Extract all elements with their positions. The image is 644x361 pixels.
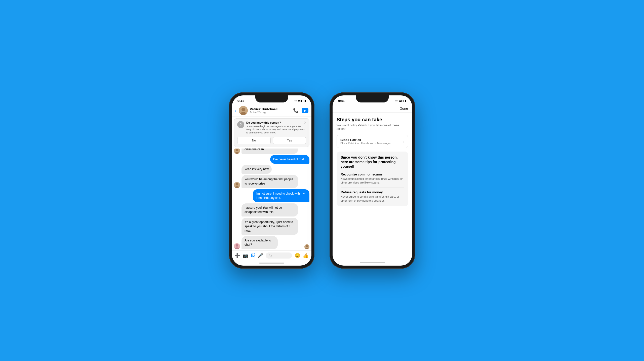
warning-close-button[interactable]: ✕ <box>304 121 307 125</box>
message-bubble: I assure you! You will not be disappoint… <box>242 203 298 216</box>
message-bubble: I'm not sure. I need to check with my fr… <box>253 189 309 202</box>
message-row: I've never heard of that... <box>234 155 309 164</box>
warning-title: Do you know this person? <box>246 121 306 124</box>
contact-name: Patrick Burtchaell <box>250 107 291 111</box>
wifi-icon: WiFi <box>298 99 303 102</box>
image-icon[interactable]: 🖼 <box>251 253 255 258</box>
messenger-header: ‹ Patrick Burtchaell Active 20m ago 📞 <box>232 104 311 117</box>
contact-status: Active 20m ago <box>250 111 291 114</box>
signal-icon: ▪▪▪ <box>294 99 297 102</box>
tip-item-2: Refuse requests for money Never agree to… <box>341 190 404 203</box>
tip-body-1: News of unclaimed inheritances, prize wi… <box>341 177 404 185</box>
header-actions: 📞 ▶ <box>293 108 308 113</box>
tip-item-1: Recognize common scams News of unclaimed… <box>341 172 404 185</box>
battery-icon: ▮ <box>304 99 306 102</box>
tips-card: Since you don't know this person, here a… <box>337 152 408 206</box>
safety-main-title: Steps you can take <box>337 117 408 123</box>
message-bubble: Users from all across Facebook can claim… <box>242 149 298 154</box>
status-time-1: 9:41 <box>237 99 244 103</box>
tip-divider <box>341 188 404 188</box>
svg-point-13 <box>306 245 308 247</box>
done-button[interactable]: Done <box>400 106 408 111</box>
sender-avatar <box>234 243 240 249</box>
safety-subtitle: We won't notify Patrick if you take one … <box>337 124 408 131</box>
chat-messages: Users from all across Facebook can claim… <box>232 149 311 250</box>
message-input[interactable]: Aa <box>266 252 292 259</box>
wifi-icon: WiFi <box>399 99 404 102</box>
status-icons-2: ▪▪▪ WiFi ▮ <box>395 99 407 102</box>
tip-body-2: Never agree to send a wire transfer, gif… <box>341 195 404 203</box>
message-row: I assure you! You will not be disappoint… <box>234 203 309 216</box>
warning-buttons: No Yes <box>237 137 306 144</box>
message-bubble: Are you available to chat? <box>242 236 278 249</box>
video-call-icon[interactable]: ▶ <box>302 108 308 113</box>
status-icons-1: ▪▪▪ WiFi ▮ <box>294 99 306 102</box>
message-bubble: I've never heard of that... <box>270 155 309 164</box>
emoji-icon[interactable]: 😊 <box>295 253 300 258</box>
message-bubble: Yeah it's very new <box>242 165 272 174</box>
camera-icon[interactable]: 📷 <box>243 253 248 258</box>
tip-title-1: Recognize common scams <box>341 172 404 176</box>
phone-call-icon[interactable]: 📞 <box>293 108 299 113</box>
home-indicator-2 <box>360 262 385 263</box>
mic-icon[interactable]: 🎤 <box>258 253 263 258</box>
phone-1: 9:41 ▪▪▪ WiFi ▮ ‹ <box>229 92 314 269</box>
safety-header: Done <box>333 104 412 113</box>
status-time-2: 9:41 <box>338 99 345 103</box>
block-subtitle: Block Patrick on Facebook or Messenger <box>340 142 391 145</box>
warning-text: Do you know this person? Scams often beg… <box>246 121 306 134</box>
svg-point-4 <box>236 149 238 151</box>
message-row: Yeah it's very new <box>234 165 309 174</box>
warning-body: Scams often begin as messages from stran… <box>246 125 306 134</box>
message-row: You would be among the first people to r… <box>234 175 309 188</box>
yes-button[interactable]: Yes <box>273 137 306 144</box>
block-title: Block Patrick <box>340 138 391 142</box>
phone-1-notch <box>255 95 288 102</box>
message-row: It's a great opportunity, I just need to… <box>234 218 309 235</box>
warning-banner: ? Do you know this person? Scams often b… <box>234 118 309 147</box>
block-section[interactable]: Block Patrick Block Patrick on Facebook … <box>337 135 408 148</box>
svg-point-10 <box>236 244 238 247</box>
contact-info: Patrick Burtchaell Active 20m ago <box>250 107 291 114</box>
message-row: I'm not sure. I need to check with my fr… <box>234 189 309 202</box>
tips-card-title: Since you don't know this person, here a… <box>341 155 404 169</box>
phone-1-screen: 9:41 ▪▪▪ WiFi ▮ ‹ <box>232 95 311 266</box>
svg-point-1 <box>242 108 245 111</box>
chat-input-bar: ➕ 📷 🖼 🎤 Aa 😊 👍 <box>232 250 311 261</box>
sender-avatar <box>234 149 240 154</box>
warning-icon: ? <box>237 121 244 128</box>
phone-2-notch <box>356 95 389 102</box>
home-indicator <box>232 261 311 266</box>
block-section-text: Block Patrick Block Patrick on Facebook … <box>340 138 391 145</box>
no-button[interactable]: No <box>237 137 271 144</box>
like-icon[interactable]: 👍 <box>303 252 309 259</box>
safety-content: Steps you can take We won't notify Patri… <box>333 113 412 210</box>
battery-icon: ▮ <box>405 99 407 102</box>
svg-point-7 <box>236 183 238 186</box>
add-icon[interactable]: ➕ <box>234 253 240 258</box>
message-bubble: It's a great opportunity, I just need to… <box>242 218 298 235</box>
contact-avatar <box>239 106 248 115</box>
message-row: Users from all across Facebook can claim… <box>234 149 309 154</box>
phone-2-screen: 9:41 ▪▪▪ WiFi ▮ Done Steps you can take … <box>333 95 412 266</box>
message-row: Are you available to chat? <box>234 236 309 249</box>
phone-2: 9:41 ▪▪▪ WiFi ▮ Done Steps you can take … <box>330 92 415 269</box>
sender-avatar <box>234 182 240 188</box>
back-button[interactable]: ‹ <box>235 108 237 114</box>
chevron-right-icon: › <box>403 139 404 144</box>
signal-icon: ▪▪▪ <box>395 99 398 102</box>
tip-title-2: Refuse requests for money <box>341 190 404 194</box>
message-bubble: You would be among the first people to r… <box>242 175 298 188</box>
